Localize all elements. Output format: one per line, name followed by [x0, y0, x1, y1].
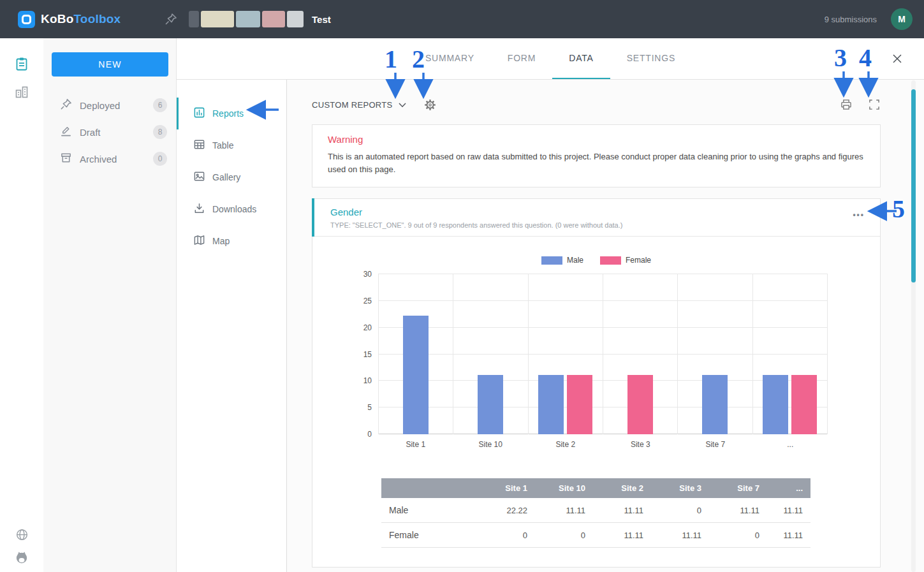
close-icon[interactable]	[891, 52, 904, 65]
draft-pencil-icon	[60, 125, 72, 139]
tab-label: SETTINGS	[627, 53, 675, 63]
project-title: Test	[312, 14, 331, 25]
chart-legend: MaleFemale	[312, 256, 880, 265]
subnav-item-label: Map	[212, 236, 230, 246]
bar-female[interactable]	[627, 375, 653, 434]
bar-female[interactable]	[791, 375, 817, 434]
x-category-label: Site 3	[603, 440, 678, 449]
bar-chart: MaleFemale 051015202530 Site 1Site 10Sit…	[312, 237, 880, 449]
subnav-item-gallery[interactable]: Gallery	[177, 161, 286, 193]
bar-group	[379, 274, 453, 434]
tab-label: FORM	[508, 53, 536, 63]
chart-x-axis: Site 1Site 10Site 2Site 3Site 7...	[378, 440, 828, 449]
table-cell: 11.11	[651, 523, 709, 548]
table-cell: 11.11	[535, 498, 593, 523]
support-globe-icon[interactable]	[15, 528, 29, 544]
sidebar-item-draft[interactable]: Draft 8	[43, 119, 176, 145]
submissions-count: 9 submissions	[825, 15, 877, 24]
deployed-pin-icon	[60, 98, 72, 112]
redacted-swatch	[189, 11, 199, 27]
data-subnav: Reports Table Gallery	[177, 80, 287, 572]
subnav-item-table[interactable]: Table	[177, 129, 286, 161]
deployed-pin-icon	[165, 13, 177, 26]
y-tick-label: 0	[349, 430, 372, 439]
chart-plot-area: 051015202530	[378, 274, 828, 434]
table-cell: 11.11	[767, 498, 810, 523]
subnav-item-map[interactable]: Map	[177, 225, 286, 257]
bar-male[interactable]	[538, 375, 564, 434]
map-icon	[193, 234, 205, 248]
report-card-titles: Gender TYPE: "SELECT_ONE". 9 out of 9 re…	[330, 207, 622, 229]
sidebar-item-archived[interactable]: Archived 0	[43, 145, 176, 172]
chart-plot	[378, 274, 828, 434]
x-category-label: ...	[753, 440, 828, 449]
download-icon	[193, 202, 205, 216]
reports-content: CUSTOM REPORTS	[287, 80, 924, 572]
kobotoolbox-logo[interactable]: KoBoToolbox	[0, 11, 165, 28]
bar-male[interactable]	[763, 375, 788, 434]
table-cell: 0	[535, 523, 593, 548]
scrollbar-thumb[interactable]	[911, 89, 916, 282]
table-header-cell: ...	[767, 478, 810, 498]
tab-form[interactable]: FORM	[491, 38, 552, 79]
table-cell: 22.22	[477, 498, 535, 523]
more-menu-icon[interactable]: •••	[851, 207, 866, 223]
gender-report-card: Gender TYPE: "SELECT_ONE". 9 out of 9 re…	[312, 198, 881, 568]
table-cell: 11.11	[593, 498, 651, 523]
top-header: KoBoToolbox Test 9 submissions M	[0, 0, 924, 38]
table-row: Female0011.1111.11011.11	[381, 523, 810, 548]
logo-kobo-text: KoBo	[41, 12, 73, 26]
y-tick-label: 10	[349, 376, 372, 385]
kobotoolbox-logo-text: KoBoToolbox	[41, 12, 121, 26]
bar-group	[529, 274, 603, 434]
table-header-cell	[381, 478, 477, 498]
tab-label: DATA	[569, 53, 593, 63]
projects-rail-button[interactable]	[0, 52, 43, 78]
legend-item-male[interactable]: Male	[541, 256, 583, 265]
y-tick-label: 15	[349, 350, 372, 359]
gear-icon[interactable]	[424, 99, 436, 111]
tab-data[interactable]: DATA	[552, 38, 610, 79]
subnav-item-downloads[interactable]: Downloads	[177, 193, 286, 225]
bar-female[interactable]	[567, 375, 592, 434]
archived-count-badge: 0	[153, 152, 167, 166]
github-icon[interactable]	[15, 550, 29, 567]
legend-item-female[interactable]: Female	[600, 256, 651, 265]
print-icon[interactable]	[840, 98, 853, 111]
redacted-swatch	[287, 11, 304, 27]
tab-label: SUMMARY	[425, 53, 474, 63]
reports-chart-icon	[193, 106, 205, 121]
custom-reports-dropdown[interactable]: CUSTOM REPORTS	[312, 100, 406, 110]
question-title: Gender	[330, 207, 622, 217]
new-project-button[interactable]: NEW	[52, 52, 168, 77]
chevron-down-icon	[399, 100, 406, 110]
subnav-item-label: Gallery	[212, 172, 240, 182]
subnav-item-reports[interactable]: Reports	[177, 98, 286, 129]
report-card-header: Gender TYPE: "SELECT_ONE". 9 out of 9 re…	[312, 199, 880, 237]
sidebar-item-label: Deployed	[80, 100, 120, 111]
subnav-item-label: Downloads	[212, 204, 256, 214]
tab-settings[interactable]: SETTINGS	[610, 38, 692, 79]
tab-summary[interactable]: SUMMARY	[409, 38, 491, 79]
bar-male[interactable]	[702, 375, 728, 434]
bar-male[interactable]	[478, 375, 503, 434]
legend-swatch	[541, 256, 562, 265]
sidebar-item-deployed[interactable]: Deployed 6	[43, 92, 176, 119]
library-rail-button[interactable]	[0, 80, 43, 106]
logo-toolbox-text: Toolbox	[73, 12, 121, 26]
reports-toolbar: CUSTOM REPORTS	[312, 95, 881, 114]
row-label: Female	[381, 523, 477, 548]
app-nav-rail	[0, 38, 43, 572]
bar-male[interactable]	[403, 316, 429, 434]
redacted-swatch	[236, 11, 260, 27]
warning-body: This is an automated report based on raw…	[328, 150, 865, 175]
redacted-swatch	[262, 11, 285, 27]
x-category-label: Site 10	[453, 440, 529, 449]
table-header-cell: Site 1	[477, 478, 535, 498]
rail-bottom-links	[0, 528, 43, 567]
expand-icon[interactable]	[868, 98, 881, 111]
subnav-item-label: Reports	[212, 108, 244, 119]
user-avatar[interactable]: M	[891, 8, 913, 30]
row-label: Male	[381, 498, 477, 523]
table-cell: 11.11	[709, 498, 767, 523]
